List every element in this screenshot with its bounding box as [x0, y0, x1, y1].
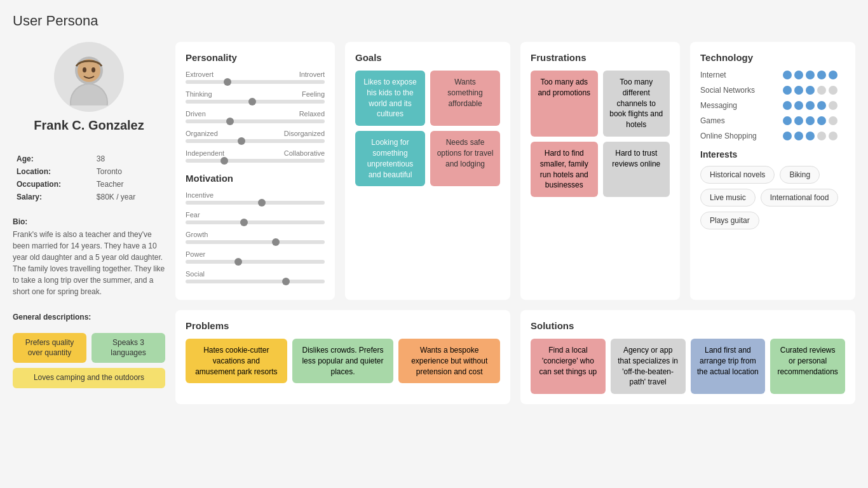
salary-label: Salary: — [14, 191, 93, 203]
frust-channels: Too many different channels to book flig… — [603, 71, 670, 137]
technology-title: Technology — [700, 52, 845, 63]
bio-text: Frank's wife is also a teacher and they'… — [13, 229, 165, 297]
location-value: Toronto — [94, 166, 164, 177]
interest-biking: Biking — [780, 166, 820, 184]
dot — [806, 101, 815, 110]
dot — [829, 71, 837, 79]
dot — [817, 132, 826, 140]
dot — [829, 86, 837, 95]
prob-bespoke: Wants a bespoke experience but without p… — [398, 339, 500, 383]
goal-safe: Needs safe options for travel and lodgin… — [430, 131, 500, 186]
prob-crowds: Dislikes crowds. Prefers less popular an… — [292, 339, 394, 383]
general-descriptions-label: General descriptions: — [13, 313, 165, 322]
dot — [783, 101, 792, 110]
prob-cookie-cutter: Hates cookie-cutter vacations and amusem… — [186, 339, 287, 383]
svg-point-5 — [92, 67, 95, 72]
slider-thinking: ThinkingFeeling — [186, 90, 325, 104]
tag-camping: Loves camping and the outdoors — [13, 368, 165, 388]
dot — [829, 101, 837, 110]
sidebar: Frank C. Gonzalez Age: 38 Location: Toro… — [13, 42, 165, 404]
tech-games: Games — [700, 116, 845, 125]
avatar — [54, 42, 124, 112]
user-name: Frank C. Gonzalez — [34, 118, 144, 133]
goals-grid: Likes to expose his kids to the world an… — [355, 71, 500, 186]
dot — [829, 116, 837, 125]
slider-independent: IndependentCollaborative — [186, 149, 325, 163]
slider-extrovert: ExtrovertIntrovert — [186, 71, 325, 84]
location-label: Location: — [14, 166, 93, 177]
avatar-section: Frank C. Gonzalez — [13, 42, 165, 133]
interests-title: Interests — [700, 149, 845, 159]
dot — [794, 132, 803, 140]
interest-food: International food — [761, 189, 839, 207]
dot — [794, 116, 803, 125]
dot — [783, 71, 792, 79]
interest-historical: Historical novels — [700, 166, 775, 184]
tech-messaging: Messaging — [700, 101, 845, 110]
tags-grid: Prefers quality over quantity Speaks 3 l… — [13, 333, 165, 388]
sol-agency: Agency or app that specializes in 'off-t… — [611, 339, 686, 394]
solutions-grid: Find a local 'concierge' who can set thi… — [531, 339, 845, 394]
dot — [783, 86, 792, 95]
goals-title: Goals — [355, 52, 500, 63]
frustrations-title: Frustrations — [531, 52, 670, 63]
bio-section: Bio: Frank's wife is also a teacher and … — [13, 217, 165, 297]
tech-online-shopping: Online Shopping — [700, 132, 845, 140]
dot — [817, 116, 826, 125]
svg-point-3 — [71, 85, 107, 105]
frust-ads: Too many ads and promotions — [531, 71, 598, 137]
dot — [806, 86, 815, 95]
frustrations-grid: Too many ads and promotions Too many dif… — [531, 71, 670, 197]
tag-languages: Speaks 3 languages — [92, 333, 165, 363]
technology-panel: Technology Internet Social Networks — [690, 42, 855, 300]
dot — [817, 101, 826, 110]
problems-grid: Hates cookie-cutter vacations and amusem… — [186, 339, 500, 383]
frust-reviews: Hard to trust reviews online — [603, 142, 670, 197]
tech-social-networks: Social Networks — [700, 86, 845, 95]
age-value: 38 — [94, 153, 164, 165]
sol-land-first: Land first and arrange trip from the act… — [691, 339, 766, 394]
goal-beautiful: Looking for something unpretentious and … — [355, 131, 425, 186]
solutions-title: Solutions — [531, 320, 845, 331]
svg-point-4 — [83, 67, 86, 72]
slider-driven: DrivenRelaxed — [186, 110, 325, 123]
interests-tags: Historical novels Biking Live music Inte… — [700, 166, 845, 229]
slider-incentive: Incentive — [186, 191, 325, 205]
interest-music: Live music — [700, 189, 756, 207]
dot — [794, 101, 803, 110]
dot — [806, 71, 815, 79]
occupation-value: Teacher — [94, 179, 164, 190]
dot — [817, 71, 826, 79]
slider-growth: Growth — [186, 231, 325, 244]
personality-panel: Personality ExtrovertIntrovert ThinkingF… — [175, 42, 335, 300]
frustrations-panel: Frustrations Too many ads and promotions… — [520, 42, 680, 300]
dot — [783, 132, 792, 140]
dot — [817, 86, 826, 95]
salary-value: $80K / year — [94, 191, 164, 203]
slider-organized: OrganizedDisorganized — [186, 130, 325, 143]
goal-affordable: Wants something affordable — [430, 71, 500, 126]
motivation-title: Motivation — [186, 173, 325, 184]
dot — [806, 116, 815, 125]
problems-panel: Problems Hates cookie-cutter vacations a… — [175, 310, 510, 404]
main-content: Personality ExtrovertIntrovert ThinkingF… — [175, 42, 855, 404]
tech-internet: Internet — [700, 71, 845, 79]
dot — [783, 116, 792, 125]
tag-quality: Prefers quality over quantity — [13, 333, 86, 363]
problems-title: Problems — [186, 320, 500, 331]
frust-hotels: Hard to find smaller, family run hotels … — [531, 142, 598, 197]
dot — [806, 132, 815, 140]
personality-title: Personality — [186, 52, 325, 63]
goal-cultures: Likes to expose his kids to the world an… — [355, 71, 425, 126]
age-label: Age: — [14, 153, 93, 165]
sol-reviews: Curated reviews or personal recommendati… — [770, 339, 845, 394]
interest-guitar: Plays guitar — [700, 212, 759, 229]
bio-label: Bio: — [13, 217, 27, 226]
page-title: User Persona — [13, 13, 855, 29]
slider-fear: Fear — [186, 211, 325, 224]
info-table: Age: 38 Location: Toronto Occupation: Te… — [13, 152, 165, 204]
dot — [794, 71, 803, 79]
dot — [829, 132, 837, 140]
dot — [794, 86, 803, 95]
sol-concierge: Find a local 'concierge' who can set thi… — [531, 339, 606, 394]
